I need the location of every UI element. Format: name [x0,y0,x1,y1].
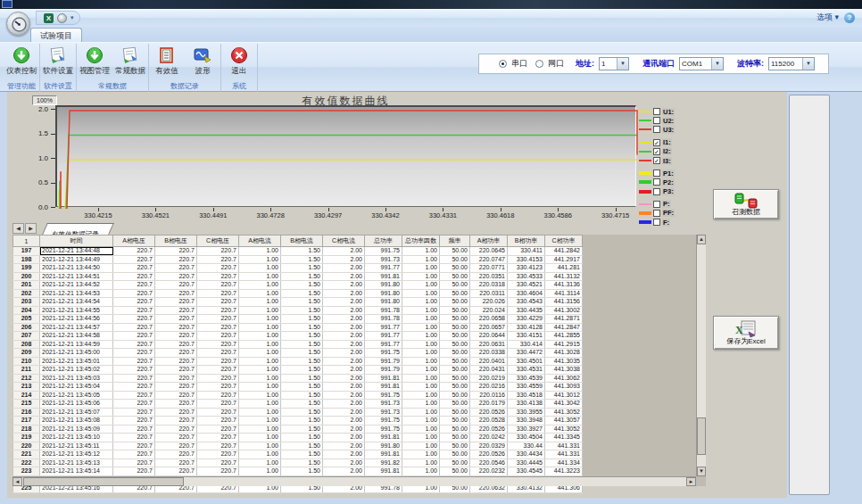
grid-cell[interactable]: 441.334 [545,459,583,467]
grid-cell[interactable]: 220.0351 [470,272,508,281]
grid-cell[interactable]: 1.00 [402,264,440,273]
grid-cell[interactable]: 2.00 [323,374,365,383]
grid-cell[interactable]: 220.7 [155,467,197,476]
grid-cell[interactable]: 220.0338 [470,349,508,358]
grid-cell[interactable]: 220.7 [155,366,197,375]
grid-cell[interactable]: 1.50 [281,306,323,315]
row-number-cell[interactable]: 206 [13,323,40,332]
row-number-cell[interactable]: 217 [13,417,40,426]
grid-cell[interactable]: 220.0431 [470,366,508,375]
legend-checkbox-I1[interactable]: ✓ [653,139,660,146]
grid-cell[interactable]: 220.7 [197,264,239,273]
qat-dropdown-caret-icon[interactable]: ▾ [70,14,74,21]
grid-cell[interactable]: 220.7 [113,450,155,459]
grid-cell[interactable]: 220.7 [113,417,155,426]
grid-cell[interactable]: 220.7 [197,459,239,467]
grid-cell[interactable]: 220.7 [197,434,239,442]
grid-cell[interactable]: 1.50 [281,391,323,400]
grid-cell[interactable]: 330.4445 [508,459,545,467]
grid-cell[interactable]: 330.4559 [508,383,545,392]
grid-cell[interactable]: 330.4539 [508,374,545,383]
grid-cell[interactable]: 2.00 [323,408,365,417]
grid-cell[interactable]: 220.7 [197,442,239,450]
grid-cell[interactable]: 220.7 [113,323,155,332]
grid-cell[interactable]: 330.3948 [508,417,545,426]
grid-cell[interactable]: 1.00 [239,442,281,450]
grid-cell[interactable]: 991.79 [365,357,402,366]
grid-cell[interactable]: 2021-12-21 13:45:13 [40,459,113,467]
grid-cell[interactable]: 1.00 [239,281,281,290]
grid-cell[interactable]: 220.7 [197,383,239,392]
grid-cell[interactable]: 220.7 [197,450,239,459]
grid-cell[interactable]: 2021-12-21 13:45:08 [40,417,113,426]
grid-cell[interactable]: 2.00 [323,340,365,349]
grid-cell[interactable]: 1.00 [239,289,281,298]
address-dropdown-icon[interactable]: ▼ [617,58,628,70]
grid-cell[interactable]: 441.3062 [545,374,583,383]
grid-cell[interactable]: 1.00 [402,383,440,392]
grid-cell[interactable]: 330.4123 [508,264,545,273]
grid-cell[interactable]: 220.7 [113,383,155,392]
grid-cell[interactable]: 330.4501 [508,357,545,366]
row-number-cell[interactable]: 213 [13,383,40,392]
grid-cell[interactable]: 2021-12-21 13:45:02 [40,366,113,375]
grid-cell[interactable]: 220.7 [197,247,239,256]
grid-cell[interactable]: 2.00 [323,264,365,273]
grid-cell[interactable]: 220.7 [197,366,239,375]
column-header-C相电流[interactable]: C相电流 [323,235,365,247]
grid-cell[interactable]: 330.4128 [508,323,545,332]
grid-cell[interactable]: 441.3052 [545,408,583,417]
vertical-scroll-thumb[interactable] [697,417,706,455]
grid-cell[interactable]: 50.00 [440,281,470,290]
tab-test-project[interactable]: 试验项目 [30,28,82,42]
grid-cell[interactable]: 1.50 [281,323,323,332]
grid-cell[interactable]: 2.00 [323,247,365,256]
grid-cell[interactable]: 220.7 [113,400,155,409]
row-number-cell[interactable]: 215 [13,400,40,409]
row-number-cell[interactable]: 212 [13,374,40,383]
grid-cell[interactable]: 2.00 [323,417,365,426]
ribbon-button-软件设置[interactable]: 软件设置 [40,45,76,78]
address-select[interactable]: 1 ▼ [599,57,629,70]
grid-cell[interactable]: 220.7 [113,272,155,281]
grid-cell[interactable]: 1.00 [402,366,440,375]
row-number-cell[interactable]: 205 [13,315,40,324]
save-as-excel-button[interactable]: X 保存为Excel [713,316,779,350]
grid-cell[interactable]: 220.0526 [470,408,508,417]
grid-cell[interactable]: 441.331 [545,450,583,459]
grid-cell[interactable]: 220.7 [155,272,197,281]
grid-cell[interactable]: 220.7 [197,400,239,409]
grid-cell[interactable]: 991.77 [365,340,402,349]
ribbon-button-波形[interactable]: 波形 [185,45,220,78]
row-number-cell[interactable]: 220 [13,442,40,450]
grid-cell[interactable]: 220.7 [113,264,155,273]
row-number-cell[interactable]: 199 [13,264,40,273]
grid-cell[interactable]: 1.00 [239,366,281,375]
grid-cell[interactable]: 1.00 [239,264,281,273]
grid-cell[interactable]: 991.80 [365,442,402,450]
column-header-B相电流[interactable]: B相电流 [281,235,323,247]
grid-cell[interactable]: 1.50 [281,340,323,349]
grid-cell[interactable]: 2.00 [323,281,365,290]
serial-radio[interactable] [499,60,507,68]
grid-cell[interactable]: 2021-12-21 13:44:51 [40,272,113,281]
grid-cell[interactable]: 441.2842 [545,247,583,256]
grid-cell[interactable]: 1.00 [402,417,440,426]
grid-cell[interactable]: 330.4472 [508,349,545,358]
grid-cell[interactable]: 991.73 [365,408,402,417]
grid-cell[interactable]: 220.0329 [470,442,508,450]
grid-cell[interactable]: 220.7 [197,315,239,324]
grid-cell[interactable]: 1.00 [239,417,281,426]
grid-cell[interactable]: 1.00 [402,450,440,459]
grid-cell[interactable]: 1.00 [402,332,440,341]
grid-cell[interactable]: 1.00 [239,247,281,256]
grid-cell[interactable]: 330.3955 [508,408,545,417]
column-header-总功率[interactable]: 总功率 [365,235,402,247]
grid-cell[interactable]: 1.00 [402,340,440,349]
ribbon-button-退出[interactable]: 退出 [221,45,257,78]
grid-cell[interactable]: 441.3223 [545,467,583,476]
grid-cell[interactable]: 441.3114 [545,289,583,298]
grid-cell[interactable]: 1.50 [281,315,323,324]
gauge-quick-icon[interactable] [57,13,67,23]
grid-cell[interactable]: 220.7 [155,281,197,290]
